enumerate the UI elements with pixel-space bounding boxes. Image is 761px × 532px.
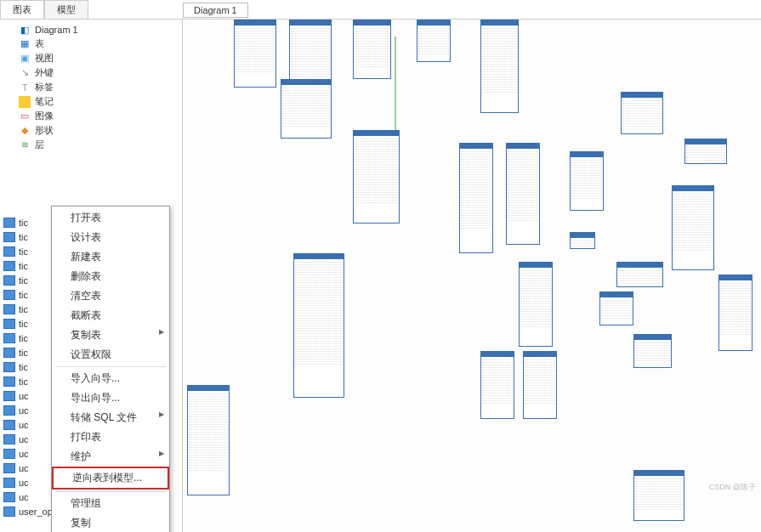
table-row-label: tic (19, 232, 28, 242)
er-table-box[interactable] (234, 20, 276, 88)
menu-print-table[interactable]: 打印表 (52, 427, 169, 447)
table-icon (3, 275, 15, 286)
menu-maintain[interactable]: 维护 (52, 447, 169, 467)
diagram-tab[interactable]: Diagram 1 (183, 3, 248, 18)
table-icon (3, 449, 15, 459)
tree-diagram[interactable]: ◧Diagram 1 (0, 23, 182, 37)
table-row-label: tic (19, 290, 28, 300)
diagram-icon: ◧ (19, 24, 31, 36)
table-row-label: tic (19, 246, 28, 257)
image-icon: ▭ (19, 110, 31, 122)
table-row-label: uc (19, 434, 29, 444)
diagram-canvas[interactable]: Diagram 1 CSDN @陈子 (183, 20, 761, 532)
table-icon (3, 246, 15, 257)
tree-note-label: 笔记 (35, 95, 54, 108)
table-row-label: tic (19, 348, 28, 358)
table-row-label: tic (19, 362, 28, 372)
tree-note[interactable]: 笔记 (0, 94, 182, 109)
er-table-box[interactable] (187, 385, 230, 495)
menu-copy-table[interactable]: 复制表 (52, 325, 169, 345)
table-row-label: tic (19, 218, 28, 228)
tab-diagram[interactable]: 图表 (0, 0, 44, 19)
er-table-box[interactable] (621, 92, 663, 134)
menu-dump-sql[interactable]: 转储 SQL 文件 (52, 408, 169, 427)
layer-icon: ≋ (19, 139, 31, 151)
er-table-box[interactable] (718, 274, 752, 351)
er-table-box[interactable] (293, 253, 344, 398)
menu-import-wizard[interactable]: 导入向导... (52, 369, 169, 388)
er-table-box[interactable] (353, 130, 400, 224)
menu-set-permission[interactable]: 设置权限 (52, 345, 169, 365)
table-icon (3, 376, 15, 387)
table-row-label: uc (19, 449, 29, 459)
menu-reverse-to-model[interactable]: 逆向表到模型... (52, 467, 169, 490)
table-icon: ▦ (19, 38, 31, 50)
menu-truncate-table[interactable]: 截断表 (52, 306, 169, 325)
tab-model[interactable]: 模型 (44, 0, 88, 19)
tree-fkey[interactable]: ↘外键 (0, 65, 182, 80)
table-row-label: uc (19, 420, 29, 430)
menu-open-table[interactable]: 打开表 (52, 208, 169, 228)
table-row-label: tic (19, 319, 28, 329)
er-table-box[interactable] (506, 143, 540, 245)
tree-image-label: 图像 (35, 110, 54, 122)
er-table-box[interactable] (480, 351, 514, 419)
er-table-box[interactable] (570, 232, 595, 249)
er-table-box[interactable] (281, 79, 332, 139)
menu-separator (55, 491, 166, 492)
table-icon (3, 290, 15, 300)
er-table-box[interactable] (417, 20, 451, 62)
menu-delete-table[interactable]: 删除表 (52, 267, 169, 286)
er-table-box[interactable] (353, 20, 391, 79)
er-table-box[interactable] (672, 185, 714, 270)
er-table-box[interactable] (633, 334, 672, 368)
table-icon (3, 492, 15, 502)
er-table-box[interactable] (599, 291, 633, 325)
watermark: CSDN @陈子 (709, 482, 756, 493)
tree-label-label: 标签 (35, 81, 54, 93)
er-table-box[interactable] (570, 151, 604, 211)
tree-fkey-label: 外键 (35, 66, 54, 79)
tree-image[interactable]: ▭图像 (0, 109, 182, 123)
er-table-box[interactable] (459, 143, 493, 253)
er-table-box[interactable] (519, 262, 553, 347)
tree-layer-label: 层 (35, 139, 44, 151)
table-row-label: tic (19, 275, 28, 286)
tree-label[interactable]: T标签 (0, 80, 182, 94)
er-table-box[interactable] (523, 351, 557, 419)
table-icon (3, 232, 15, 242)
menu-separator (55, 366, 166, 367)
er-table-box[interactable] (684, 139, 727, 164)
tree-view-label: 视图 (35, 52, 54, 65)
tree-layer[interactable]: ≋层 (0, 138, 182, 152)
view-icon: ▣ (19, 53, 31, 65)
table-icon (3, 218, 15, 228)
menu-clear-table[interactable]: 清空表 (52, 286, 169, 306)
tree-table[interactable]: ▦表 (0, 37, 182, 51)
table-icon (3, 391, 15, 401)
table-row-label: uc (19, 492, 29, 502)
object-tree: ◧Diagram 1 ▦表 ▣视图 ↘外键 T标签 笔记 ▭图像 ◆形状 ≋层 (0, 20, 182, 156)
table-row-label: uc (19, 405, 29, 416)
table-icon (3, 478, 15, 488)
er-table-box[interactable] (480, 20, 519, 113)
menu-design-table[interactable]: 设计表 (52, 228, 169, 247)
er-table-box[interactable] (633, 470, 684, 521)
er-table-box[interactable] (616, 262, 663, 287)
table-icon (3, 333, 15, 343)
tree-view[interactable]: ▣视图 (0, 51, 182, 65)
table-icon (3, 463, 15, 473)
table-icon (3, 261, 15, 271)
table-icon (3, 348, 15, 358)
menu-copy[interactable]: 复制 (52, 513, 169, 532)
table-icon (3, 507, 15, 517)
table-row-label: tic (19, 261, 28, 271)
tree-shape[interactable]: ◆形状 (0, 123, 182, 138)
tree-table-label: 表 (35, 37, 44, 50)
tree-shape-label: 形状 (35, 124, 54, 137)
menu-export-wizard[interactable]: 导出向导... (52, 388, 169, 408)
table-row-label: uc (19, 478, 29, 488)
menu-manage-group[interactable]: 管理组 (52, 494, 169, 513)
table-icon (3, 405, 15, 416)
menu-new-table[interactable]: 新建表 (52, 247, 169, 267)
